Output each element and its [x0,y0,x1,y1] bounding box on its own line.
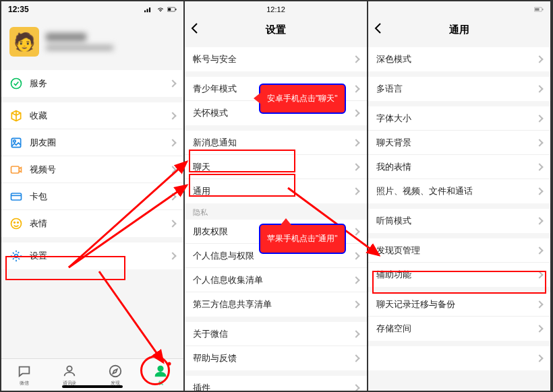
svg-point-13 [18,222,19,224]
chevron-right-icon [352,85,359,92]
profile-section[interactable]: 🧑 [1,18,183,70]
chevron-right-icon [352,300,359,308]
callout-android: 安卓手机点击"聊天" [259,84,346,114]
settings-row[interactable]: 聊天 [185,155,367,179]
chevron-right-icon [352,276,359,284]
tab-chats[interactable]: 微信 [1,359,47,391]
menu-service[interactable]: 服务 [1,70,183,97]
svg-rect-1 [147,9,148,12]
settings-row[interactable]: 插件 [185,376,367,391]
chevron-right-icon [169,220,176,227]
menu-moments[interactable]: 朋友圈 [1,129,183,156]
svg-point-6 [11,79,22,89]
menu-favorites[interactable]: 收藏 [1,102,183,129]
chevron-right-icon [169,112,176,119]
menu-settings[interactable]: 设置 [1,242,183,269]
chevron-right-icon [535,163,543,170]
card-icon [9,190,23,203]
emoji-icon [9,217,23,230]
wifi-icon [156,6,165,13]
back-button[interactable] [190,22,198,37]
svg-rect-7 [11,138,20,147]
general-row[interactable]: 多语言 [368,77,550,101]
status-bar [368,1,550,18]
svg-rect-0 [144,10,146,12]
svg-rect-20 [542,9,543,10]
chevron-right-icon [352,139,359,146]
back-button[interactable] [374,22,382,37]
menu-stickers[interactable]: 表情 [1,210,183,237]
section-header: 隐私 [185,203,367,220]
cube-icon [9,109,23,123]
general-row[interactable]: 存储空间 [368,317,550,341]
tab-me[interactable]: 我 [138,359,184,391]
status-bar: 12:35 [1,1,183,18]
settings-row[interactable]: 新消息通知 [185,131,367,155]
settings-row[interactable]: 第三方信息共享清单 [185,292,367,317]
general-row[interactable]: 听筒模式 [368,209,550,233]
general-row[interactable]: 聊天背景 [368,131,550,155]
battery-icon [534,6,544,13]
settings-row[interactable]: 关于微信 [185,322,367,346]
nav-bar: 设置 [185,18,367,42]
home-indicator [62,385,123,388]
service-icon [9,77,23,90]
svg-point-12 [14,222,16,224]
callout-ios: 苹果手机点击"通用" [259,224,346,254]
menu-cards[interactable]: 卡包 [1,183,183,210]
chevron-right-icon [535,55,543,63]
svg-point-11 [11,219,22,229]
time: 12:12 [266,5,285,13]
general-row[interactable]: 深色模式 [368,47,550,71]
chevron-right-icon [535,85,543,92]
signal-icon [144,6,154,13]
battery-icon [167,6,177,13]
chevron-right-icon [535,187,543,195]
general-row[interactable]: 发现页管理 [368,238,550,263]
chevron-right-icon [352,330,359,337]
chevron-right-icon [169,139,176,146]
chevron-right-icon [352,252,359,259]
settings-row[interactable]: 通用 [185,179,367,203]
general-row[interactable]: 字体大小 [368,106,550,131]
general-row[interactable] [368,346,550,370]
page-title: 设置 [266,24,286,36]
chevron-right-icon [535,271,543,278]
status-bar: 12:12 [185,1,367,18]
chevron-right-icon [169,193,176,200]
svg-point-8 [13,139,16,141]
general-row[interactable]: 辅助功能 [368,263,550,287]
menu-channels[interactable]: 视频号 [1,156,183,183]
svg-point-14 [15,255,18,258]
general-row[interactable]: 我的表情 [368,155,550,179]
moments-icon [9,136,23,150]
time: 12:35 [8,5,29,14]
svg-rect-2 [149,7,150,12]
svg-point-17 [158,366,163,370]
svg-rect-4 [168,8,171,11]
svg-point-15 [67,366,72,370]
general-row[interactable]: 照片、视频、文件和通话 [368,179,550,203]
settings-row[interactable]: 帮助与反馈 [185,346,367,370]
nav-bar: 通用 [368,18,550,42]
chevron-right-icon [169,252,176,259]
chevron-right-icon [352,163,359,170]
svg-rect-19 [535,8,539,11]
settings-row[interactable]: 帐号与安全 [185,47,367,71]
chevron-right-icon [352,109,359,117]
settings-row[interactable]: 个人信息收集清单 [185,268,367,292]
chevron-right-icon [535,325,543,332]
chevron-right-icon [169,166,176,173]
page-title: 通用 [449,24,469,36]
svg-rect-9 [11,166,20,173]
chevron-right-icon [352,187,359,195]
svg-rect-10 [11,193,22,200]
chevron-right-icon [535,139,543,146]
chevron-right-icon [352,228,359,235]
chevron-right-icon [535,217,543,224]
chevron-right-icon [535,354,543,362]
general-row[interactable]: 聊天记录迁移与备份 [368,292,550,317]
video-icon [9,163,23,176]
chevron-right-icon [352,55,359,63]
chevron-right-icon [352,384,359,391]
